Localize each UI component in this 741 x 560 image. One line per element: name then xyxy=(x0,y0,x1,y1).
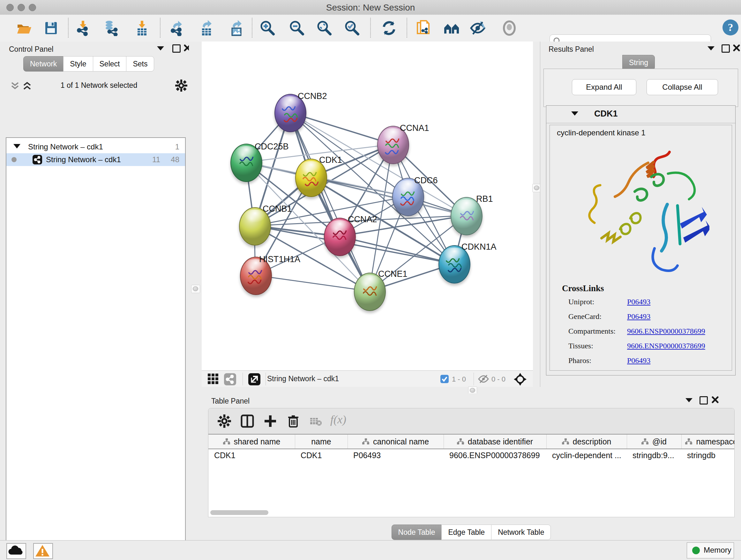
crosslink-label: GeneCard: xyxy=(568,312,602,321)
results-panel-float-icon[interactable] xyxy=(722,44,730,53)
string-view-icon[interactable] xyxy=(224,373,236,385)
selected-count: 1 - 0 xyxy=(452,375,466,383)
control-panel-float-icon[interactable] xyxy=(172,44,181,53)
save-session-icon[interactable] xyxy=(43,20,59,36)
open-view-icon[interactable] xyxy=(248,373,260,385)
vertical-splitter-right[interactable] xyxy=(533,42,540,393)
horizontal-scrollbar-thumb[interactable] xyxy=(210,510,268,515)
window-title: Session: New Session xyxy=(0,3,741,13)
column-header-label: description xyxy=(573,437,611,446)
crosslink-link[interactable]: P06493 xyxy=(627,356,650,365)
table-settings-gear-icon[interactable] xyxy=(217,414,232,429)
protein-thumbnail xyxy=(246,266,266,289)
zoom-in-icon[interactable] xyxy=(259,20,275,36)
column-header-description[interactable]: description xyxy=(546,435,627,449)
export-network-icon[interactable] xyxy=(169,20,185,36)
open-in-cytoscape-web-icon[interactable] xyxy=(416,20,432,36)
table-cell[interactable]: CDK1 xyxy=(208,449,295,462)
column-namespace-icon xyxy=(223,438,230,445)
tab-style[interactable]: Style xyxy=(63,56,93,71)
horizontal-splitter[interactable] xyxy=(202,387,741,393)
import-table-from-file-icon[interactable] xyxy=(134,20,150,36)
gene-section-header[interactable]: CDK1 xyxy=(546,106,735,123)
control-panel-menu-icon[interactable] xyxy=(157,46,164,51)
network-row-selected[interactable]: String Network – cdk1 11 48 xyxy=(6,153,185,166)
table-cell[interactable]: stringdb:9... xyxy=(627,449,681,462)
tab-select[interactable]: Select xyxy=(93,56,127,71)
crosslink-link[interactable]: 9606.ENSP00000378699 xyxy=(627,341,705,350)
crosslink-link[interactable]: P06493 xyxy=(627,312,650,321)
collection-expand-icon[interactable] xyxy=(13,144,20,148)
column-header--id[interactable]: @id xyxy=(627,435,682,449)
results-panel-close-icon[interactable] xyxy=(733,44,740,51)
tab-string[interactable]: String xyxy=(622,55,655,70)
table-cell[interactable]: cyclin-dependent ... xyxy=(546,449,627,462)
tab-network[interactable]: Network xyxy=(23,56,64,71)
column-header-namespace[interactable]: namespace xyxy=(681,435,735,449)
open-session-icon[interactable] xyxy=(16,20,32,36)
memory-button[interactable]: Memory xyxy=(687,543,734,558)
toolbar-divider xyxy=(407,18,407,38)
table-row[interactable]: CDK1CDK1P064939606.ENSP00000378699cyclin… xyxy=(208,449,734,462)
function-builder-icon[interactable]: f(x) xyxy=(330,413,356,429)
vertical-splitter-left[interactable] xyxy=(189,42,202,540)
show-columns-icon[interactable] xyxy=(240,414,255,429)
tab-node-table[interactable]: Node Table xyxy=(392,524,442,540)
tab-edge-table[interactable]: Edge Table xyxy=(441,524,491,540)
hide-graphics-details-icon[interactable] xyxy=(470,20,486,36)
network-view-title: String Network – cdk1 xyxy=(267,374,339,383)
protein-thumbnail xyxy=(456,206,477,229)
column-header-database-identifier[interactable]: database identifier xyxy=(444,435,547,449)
edge-CCNB2-CCNE1[interactable] xyxy=(290,112,369,291)
crosslink-link[interactable]: P06493 xyxy=(627,298,650,306)
fit-selected-icon[interactable] xyxy=(344,20,360,36)
gene-collapse-icon[interactable] xyxy=(571,111,578,116)
table-panel-menu-icon[interactable] xyxy=(685,398,692,402)
table-cell[interactable]: CDK1 xyxy=(295,449,347,462)
create-column-icon[interactable] xyxy=(263,414,278,429)
warnings-button[interactable] xyxy=(33,543,53,559)
table-panel-float-icon[interactable] xyxy=(699,396,708,405)
birdseye-toggle-icon[interactable] xyxy=(514,373,527,386)
column-header-shared-name[interactable]: shared name xyxy=(208,435,295,449)
delete-column-icon[interactable] xyxy=(286,414,301,429)
tab-sets[interactable]: Sets xyxy=(126,56,154,71)
table-cell[interactable]: stringdb xyxy=(681,449,735,462)
selected-checkbox-icon[interactable] xyxy=(441,375,449,383)
expand-all-icon[interactable] xyxy=(22,81,32,90)
results-panel-menu-icon[interactable] xyxy=(708,46,715,51)
edge-CCNE1-HIST1H1A[interactable] xyxy=(255,275,369,291)
edge-CCNA2-CDKN1A[interactable] xyxy=(339,236,454,264)
table-cell[interactable]: 9606.ENSP00000378699 xyxy=(444,449,546,462)
import-network-from-file-icon[interactable] xyxy=(75,20,91,36)
crosslink-link[interactable]: 9606.ENSP00000378699 xyxy=(627,327,705,335)
expand-all-button[interactable]: Expand All xyxy=(572,79,636,95)
column-header-canonical-name[interactable]: canonical name xyxy=(347,435,444,449)
apply-preferred-layout-icon[interactable] xyxy=(381,20,397,36)
collapse-all-button[interactable]: Collapse All xyxy=(647,79,718,95)
node-label-CDKN1A: CDKN1A xyxy=(461,242,496,252)
network-options-gear-icon[interactable] xyxy=(175,79,188,92)
splitter-handle[interactable] xyxy=(191,285,200,293)
column-namespace-icon xyxy=(685,438,692,445)
toggle-birdseye-icon[interactable] xyxy=(501,20,517,36)
collapse-all-icon[interactable] xyxy=(10,81,20,90)
export-table-icon[interactable] xyxy=(199,20,215,36)
delete-table-icon[interactable] xyxy=(310,417,322,426)
table-cell[interactable]: P06493 xyxy=(347,449,444,462)
network-collection-row[interactable]: String Network – cdk1 1 xyxy=(6,140,185,153)
table-panel-close-icon[interactable] xyxy=(712,396,719,403)
fit-content-icon[interactable] xyxy=(316,20,332,36)
help-icon[interactable]: ? xyxy=(722,19,738,35)
column-header-name[interactable]: name xyxy=(295,435,348,449)
zoom-out-icon[interactable] xyxy=(289,20,305,36)
control-panel: Control Panel NetworkStyleSelectSets 1 o… xyxy=(0,42,189,540)
string-network-icon xyxy=(32,155,42,165)
tab-network-table[interactable]: Network Table xyxy=(491,524,551,540)
export-image-icon[interactable] xyxy=(229,20,245,36)
grid-mode-icon[interactable] xyxy=(207,373,219,385)
cloud-button[interactable] xyxy=(6,543,26,559)
import-network-from-database-icon[interactable] xyxy=(104,20,120,36)
network-canvas[interactable]: CCNB2CCNA1CDC25BCDK1CDC6RB1CCNB1CCNA2CDK… xyxy=(202,42,533,370)
show-graphics-details-icon[interactable] xyxy=(444,20,460,36)
